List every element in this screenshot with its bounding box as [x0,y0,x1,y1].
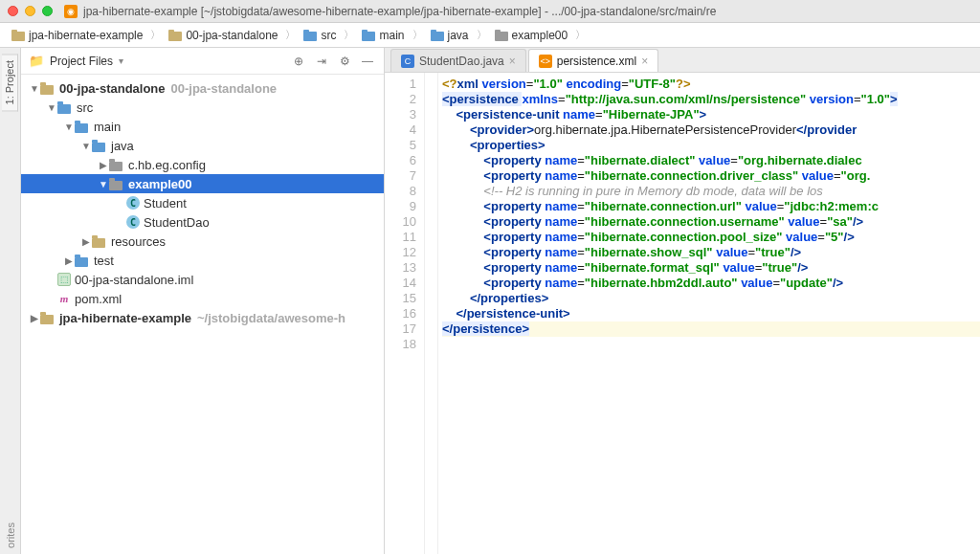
close-tab-icon[interactable]: × [641,55,648,68]
breadcrumb-item[interactable]: jpa-hibernate-example [6,27,148,44]
fold-column[interactable] [425,73,438,554]
fold-marker[interactable] [425,122,437,138]
expand-arrow-icon[interactable]: ▶ [29,313,40,323]
tree-node[interactable]: m pom.xml [21,289,384,308]
expand-arrow-icon[interactable]: ▶ [80,236,92,247]
project-tree[interactable]: ▼ 00-jpa-standalone00-jpa-standalone▼ sr… [21,75,384,554]
tree-node[interactable]: ▼ example00 [21,174,384,193]
fold-marker[interactable] [425,321,437,337]
hide-panel-button[interactable]: — [359,55,376,68]
tree-node-label: java [111,139,134,153]
breadcrumb-item[interactable]: example00 [489,27,574,44]
editor-tabs: CStudentDao.java×<>persistence.xml× [385,48,980,73]
tree-node[interactable]: ▶ test [21,251,384,270]
project-view-selector[interactable]: Project Files [50,55,113,68]
code-line[interactable]: <persistence xmlns="http://java.sun.com/… [442,92,980,107]
fold-marker[interactable] [425,260,437,276]
fold-marker[interactable] [425,276,437,291]
code-editor[interactable]: 123456789101112131415161718 <?xml versio… [385,73,980,554]
close-tab-icon[interactable]: × [509,55,516,68]
editor-tab[interactable]: CStudentDao.java× [390,49,526,72]
code-line[interactable] [442,337,980,352]
java-file-icon: C [401,55,414,68]
expand-arrow-icon[interactable]: ▼ [29,83,40,94]
tree-node[interactable]: ⬚ 00-jpa-standalone.iml [21,270,384,289]
code-line[interactable]: <property name="hibernate.format_sql" va… [442,260,980,276]
tree-node[interactable]: C StudentDao [21,212,384,232]
folder-icon [92,140,107,152]
chevron-down-icon: ▾ [119,55,123,66]
fold-marker[interactable] [425,184,437,199]
tree-node[interactable]: ▼ java [21,136,384,155]
line-number: 1 [385,77,416,92]
tree-node[interactable]: ▶ resources [21,232,384,251]
expand-arrow-icon[interactable]: ▼ [98,179,109,189]
tree-node[interactable]: ▶ c.hb.eg.config [21,155,384,174]
code-line[interactable]: </properties> [442,291,980,306]
code-line[interactable]: <property name="hibernate.connection.dri… [442,168,980,184]
folder-icon [92,235,107,248]
breadcrumb-item[interactable]: 00-jpa-standalone [163,27,283,44]
fold-marker[interactable] [425,291,437,306]
tree-node[interactable]: ▼ src [21,98,384,117]
fold-marker[interactable] [425,77,437,92]
expand-arrow-icon[interactable]: ▼ [46,102,57,113]
project-tool-tab[interactable]: 1: Project [2,54,18,111]
fold-marker[interactable] [425,153,437,168]
minimize-window-button[interactable] [25,6,35,16]
scroll-from-source-button[interactable]: ⊕ [290,55,307,68]
folder-icon [40,82,56,95]
code-line[interactable]: <property name="hibernate.dialect" value… [442,153,980,168]
code-line[interactable]: <property name="hibernate.show_sql" valu… [442,245,980,260]
collapse-all-button[interactable]: ⇥ [313,55,330,68]
code-line[interactable]: </persistence-unit> [442,306,980,321]
breadcrumb-separator: 〉 [575,28,586,42]
settings-gear-icon[interactable]: ⚙ [336,55,353,68]
code-line[interactable]: <property name="hibernate.connection.url… [442,199,980,214]
fold-marker[interactable] [425,214,437,230]
code-line[interactable]: <!-- H2 is running in pure in Memory db … [442,184,980,199]
folder-icon [57,101,73,114]
favorites-tool-tab[interactable]: orites [3,517,18,554]
fold-marker[interactable] [425,337,437,352]
fold-marker[interactable] [425,245,437,260]
line-number: 16 [385,306,416,321]
class-icon: C [126,196,140,210]
expand-arrow-icon[interactable]: ▶ [63,255,75,266]
tree-node-label: jpa-hibernate-example [59,311,191,325]
fold-marker[interactable] [425,168,437,184]
close-window-button[interactable] [8,6,18,16]
fold-marker[interactable] [425,306,437,321]
folder-icon [362,30,375,41]
breadcrumb-item[interactable]: java [425,27,475,44]
breadcrumb-item[interactable]: src [298,27,342,44]
code-line[interactable]: <properties> [442,138,980,153]
expand-arrow-icon[interactable]: ▼ [80,141,92,151]
breadcrumb-label: src [321,29,336,42]
code-line[interactable]: </persistence> [442,321,980,337]
code-line[interactable]: <provider>org.hibernate.jpa.HibernatePer… [442,122,980,138]
tree-node[interactable]: C Student [21,193,384,212]
line-number: 7 [385,168,416,184]
fold-marker[interactable] [425,138,437,153]
maximize-window-button[interactable] [42,6,53,16]
expand-arrow-icon[interactable]: ▶ [98,160,109,170]
tree-node[interactable]: ▼ 00-jpa-standalone00-jpa-standalone [21,78,384,98]
breadcrumb-item[interactable]: main [356,27,410,44]
breadcrumb-separator: 〉 [150,28,161,42]
fold-marker[interactable] [425,92,437,107]
code-line[interactable]: <property name="hibernate.connection.use… [442,214,980,230]
fold-marker[interactable] [425,199,437,214]
tree-node[interactable]: ▶ jpa-hibernate-example~/jstobigdata/awe… [21,308,384,327]
fold-marker[interactable] [425,107,437,122]
code-line[interactable]: <property name="hibernate.hbm2ddl.auto" … [442,276,980,291]
editor-tab[interactable]: <>persistence.xml× [528,49,658,72]
tree-node[interactable]: ▼ main [21,117,384,136]
line-number: 2 [385,92,416,107]
code-line[interactable]: <persistence-unit name="Hibernate-JPA"> [442,107,980,122]
code-content[interactable]: <?xml version="1.0" encoding="UTF-8"?><p… [438,73,980,554]
code-line[interactable]: <?xml version="1.0" encoding="UTF-8"?> [442,77,980,92]
expand-arrow-icon[interactable]: ▼ [63,122,75,132]
code-line[interactable]: <property name="hibernate.connection.poo… [442,230,980,245]
fold-marker[interactable] [425,230,437,245]
